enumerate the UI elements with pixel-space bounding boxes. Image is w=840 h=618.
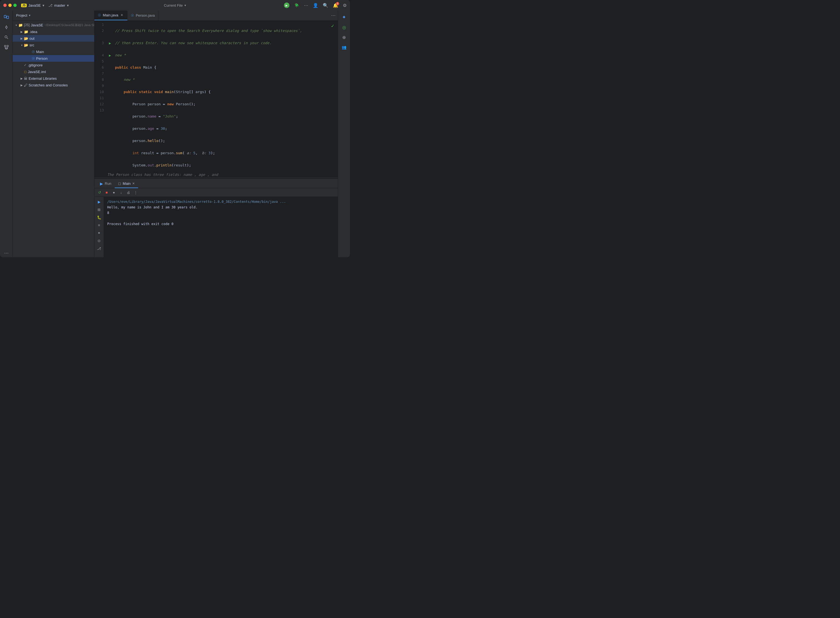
tree-item-gitignore[interactable]: ▶ ✓ .gitignore	[13, 62, 94, 68]
code-content[interactable]: 1 2 3 4 5 6 7 8 9 10 11 12 13	[95, 21, 338, 172]
print-button[interactable]: 🖨	[126, 190, 131, 195]
tree-label-main: Main	[36, 50, 44, 54]
project-header-arrow[interactable]: ▾	[29, 13, 31, 17]
tab-run[interactable]: ▶ Run	[96, 180, 115, 188]
code-line-8: person.hello();	[115, 138, 338, 144]
folder-icon-idea: 📁	[24, 30, 28, 34]
collab-icon[interactable]: 👥	[340, 43, 349, 52]
tree-item-src[interactable]: ▾ 📂 src	[13, 42, 94, 48]
tab-main-run[interactable]: ◻ Main ✕	[115, 180, 138, 188]
code-lines[interactable]: // Press Shift twice to open the Search …	[113, 21, 338, 172]
right-panel: ☉ Main.java ✕ ☉ Person.java ⋯ ✓ 1 2	[95, 10, 338, 257]
run-line-4[interactable]: ▶	[107, 52, 113, 58]
folder-icon-src: 📂	[24, 43, 28, 47]
bottom-git-icon[interactable]: ⎇	[96, 245, 102, 252]
bottom-ai-icon[interactable]: ✦	[96, 230, 102, 236]
bottom-run-icon[interactable]: ▶	[96, 198, 102, 205]
bottom-tab-bar: ▶ Run ◻ Main ✕	[95, 180, 338, 189]
tree-item-person[interactable]: ▶ ☉ Person	[13, 55, 94, 62]
code-line-7: person.age = 30;	[115, 126, 338, 132]
java-icon-person: ☉	[32, 56, 35, 61]
run-button[interactable]: ▶	[284, 3, 289, 8]
structure-icon[interactable]	[2, 43, 11, 52]
ai-hint: The Person class has three fields: name …	[95, 172, 338, 178]
tree-item-ext-libs[interactable]: ▶ 🏛 External Libraries	[13, 75, 94, 82]
branch-name: master	[54, 3, 65, 7]
bottom-problems-icon[interactable]: ⊙	[96, 237, 102, 244]
tree-item-out[interactable]: ▶ 📂 out	[13, 35, 94, 42]
root-folder-icon: 📁	[18, 23, 23, 27]
maximize-button[interactable]	[13, 4, 17, 7]
main-run-tab-label: Main	[123, 181, 131, 186]
ai-chat-icon[interactable]: ✦	[340, 13, 349, 22]
project-title[interactable]: JS JavaSE ▾ ⎇ master ▾	[21, 3, 69, 7]
run-config-arrow: ▾	[184, 4, 186, 7]
run-config-label[interactable]: Current File	[164, 3, 183, 7]
code-line-5: Person person = new Person();	[115, 101, 338, 107]
tree-item-scratches[interactable]: ▶ 🖊 Scratches and Consoles	[13, 82, 94, 88]
pause-button[interactable]: ●	[111, 190, 117, 195]
title-bar: JS JavaSE ▾ ⎇ master ▾ Current File ▾ ▶ …	[0, 0, 350, 10]
svg-rect-7	[4, 45, 6, 47]
minimize-button[interactable]	[8, 4, 12, 7]
file-explorer-icon[interactable]	[2, 13, 11, 22]
search-gutter-icon[interactable]	[2, 33, 11, 42]
tree-item-iml[interactable]: ▶ ◻ JavaSE.iml	[13, 68, 94, 75]
more-run-options[interactable]: ⋮	[133, 190, 138, 195]
svg-rect-0	[4, 15, 6, 18]
git-icon[interactable]	[2, 23, 11, 32]
bottom-debug-icon[interactable]: 🐛	[96, 214, 102, 221]
tab-bar-more[interactable]: ⋯	[331, 13, 338, 18]
left-gutter: ⋯	[0, 10, 13, 257]
profile-icon[interactable]: 👤	[313, 3, 318, 8]
title-right: ▶ 🪲 ⋯ 👤 🔍 🔔 2 ⚙	[284, 3, 347, 8]
run-line-3[interactable]: ▶	[107, 40, 113, 46]
tree-item-main[interactable]: ▶ ☉ Main	[13, 48, 94, 55]
settings-button[interactable]: ⚙	[343, 3, 347, 8]
more-button[interactable]: ⋯	[304, 3, 308, 8]
terminal-output[interactable]: /Users/eve/Library/Java/JavaVirtualMachi…	[104, 197, 338, 257]
scroll-to-end[interactable]: ↓	[118, 190, 124, 195]
tab-label-main: Main.java	[103, 13, 118, 17]
stop-button[interactable]: ■	[104, 190, 110, 195]
java-path: /Users/eve/Library/Java/JavaVirtualMachi…	[107, 200, 286, 204]
more-tools-icon[interactable]: ⋯	[2, 248, 11, 257]
tree-label-iml: JavaSE.iml	[28, 70, 46, 74]
project-header-label: Project	[16, 13, 27, 18]
chevron-right-icon: ▶	[19, 30, 24, 33]
tab-main-java[interactable]: ☉ Main.java ✕	[95, 10, 128, 20]
tab-icon-main: ☉	[98, 13, 101, 17]
line-numbers: 1 2 3 4 5 6 7 8 9 10 11 12 13	[95, 21, 107, 172]
bottom-panel: ▶ Run ◻ Main ✕ ↺ ■ ● ↓ 🖨 ⋮	[95, 180, 338, 257]
check-mark: ✓	[331, 23, 334, 29]
project-name: JavaSE	[28, 3, 41, 7]
debug-button[interactable]: 🪲	[294, 3, 300, 8]
output-line-1: Hello, my name is John and I am 30 years…	[107, 205, 197, 209]
main-run-tab-close[interactable]: ✕	[132, 182, 135, 185]
terminal-line-exit: Process finished with exit code 0	[107, 221, 334, 227]
editor-area: ☉ Main.java ✕ ☉ Person.java ⋯ ✓ 1 2	[95, 10, 338, 178]
notification-count: 2	[336, 2, 339, 5]
bottom-terminal-icon[interactable]: ≡	[96, 222, 102, 229]
copilot-icon[interactable]: ◎	[340, 23, 349, 32]
bottom-services-icon[interactable]: ⊞	[96, 206, 102, 213]
tab-label-person: Person.java	[136, 13, 155, 18]
close-button[interactable]	[3, 4, 7, 7]
ext-lib-icon: 🏛	[24, 76, 28, 80]
tab-close-main[interactable]: ✕	[120, 13, 124, 17]
rerun-button[interactable]: ↺	[96, 190, 102, 195]
main-run-tab-icon: ◻	[118, 181, 121, 186]
run-gutter: ▶ ▶	[107, 21, 113, 172]
tree-item-idea[interactable]: ▶ 📁 .idea	[13, 28, 94, 35]
tree-item-javase-root[interactable]: ▾ 📁 [JS] JavaSE ~/Desktop/CS/JavaSE基础/1 …	[13, 22, 94, 28]
run-tab-icon: ▶	[100, 181, 103, 186]
tab-person-java[interactable]: ☉ Person.java	[128, 10, 159, 20]
right-gutter: ✦ ◎ ⊕ 👥	[338, 10, 350, 257]
code-line-new1: new *	[115, 52, 338, 58]
search-button[interactable]: 🔍	[323, 3, 328, 8]
chevron-down-icon-src: ▾	[19, 44, 24, 47]
iml-file-icon: ◻	[24, 70, 27, 74]
notifications-button[interactable]: 🔔 2	[333, 3, 338, 8]
code-line-new2: new *	[115, 77, 338, 83]
openai-icon[interactable]: ⊕	[340, 33, 349, 42]
